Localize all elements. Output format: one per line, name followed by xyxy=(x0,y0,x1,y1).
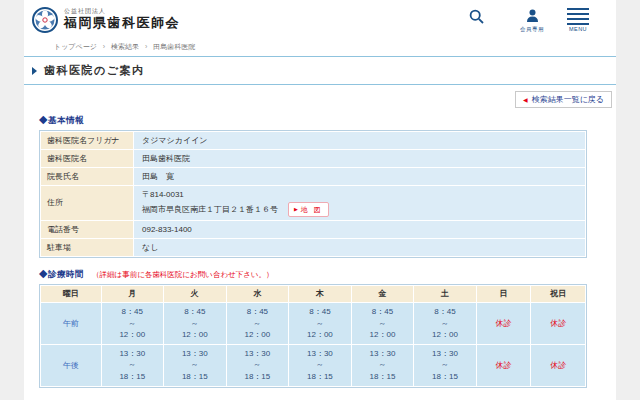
address-label: 住所 xyxy=(41,186,133,220)
back-link-label: 検索結果一覧に戻る xyxy=(532,94,604,105)
table-row: 院長氏名 田島 寛 xyxy=(41,168,585,185)
director-name-value: 田島 寛 xyxy=(134,168,585,185)
menu-label: MENU xyxy=(556,26,600,32)
page-title-bar: 歯科医院のご案内 xyxy=(24,56,616,85)
address-street-line: 福岡市早良区南庄１丁目２１番１６号▶地 図 xyxy=(142,202,577,217)
hours-cell: 13：30～18：15 xyxy=(289,345,351,386)
breadcrumb: トップページ › 検索結果 › 田島歯科医院 xyxy=(24,40,616,52)
closed-cell: 休診 xyxy=(531,303,585,344)
day-header: 火 xyxy=(164,286,226,302)
hours-heading-label: ◆診療時間 xyxy=(39,269,84,281)
map-button-label: 地 図 xyxy=(301,204,323,215)
clinic-name-value: 田島歯科医院 xyxy=(134,150,585,167)
hours-heading: ◆診療時間 （詳細は事前に各歯科医院にお問い合わせ下さい。） xyxy=(39,269,616,281)
hours-cell: 13：30～18：15 xyxy=(164,345,226,386)
director-name-label: 院長氏名 xyxy=(41,168,133,185)
breadcrumb-search-results-link[interactable]: 検索結果 xyxy=(111,43,139,50)
closed-cell: 休診 xyxy=(477,345,531,386)
hours-cell: 13：30～18：15 xyxy=(227,345,289,386)
breadcrumb-home-link[interactable]: トップページ xyxy=(54,43,97,50)
morning-label: 午前 xyxy=(41,303,101,344)
phone-label: 電話番号 xyxy=(41,221,133,238)
hours-table: 曜日 月 火 水 木 金 土 日 祝日 午前 8：45～12：00 8：45～1… xyxy=(39,284,587,388)
hours-cell: 8：45～12：00 xyxy=(352,303,414,344)
site-header: 公益社団法人 福岡県歯科医師会 会員専用 xyxy=(24,0,616,40)
phone-value: 092-833-1400 xyxy=(134,221,585,238)
hours-cell: 8：45～12：00 xyxy=(414,303,476,344)
hamburger-menu-icon xyxy=(567,8,589,25)
hours-row-morning: 午前 8：45～12：00 8：45～12：00 8：45～12：00 8：45… xyxy=(41,303,585,344)
day-header: 祝日 xyxy=(531,286,585,302)
clinic-kana-label: 歯科医院名フリガナ xyxy=(41,132,133,149)
page-title: 歯科医院のご案内 xyxy=(44,63,145,78)
day-header: 月 xyxy=(102,286,164,302)
back-arrow-icon: ◀ xyxy=(523,96,528,103)
address-street: 福岡市早良区南庄１丁目２１番１６号 xyxy=(142,204,278,213)
day-header: 水 xyxy=(227,286,289,302)
association-logo-icon xyxy=(32,7,58,33)
breadcrumb-separator: › xyxy=(103,43,105,50)
clinic-kana-value: タジマシカイイン xyxy=(134,132,585,149)
hours-cell: 13：30～18：15 xyxy=(352,345,414,386)
map-button[interactable]: ▶地 図 xyxy=(288,202,329,217)
day-header: 金 xyxy=(352,286,414,302)
clinic-name-label: 歯科医院名 xyxy=(41,150,133,167)
member-area-button[interactable]: 会員専用 xyxy=(510,8,554,33)
table-row: 歯科医院名 田島歯科医院 xyxy=(41,150,585,167)
map-arrow-icon: ▶ xyxy=(294,205,298,213)
breadcrumb-current: 田島歯科医院 xyxy=(153,43,195,50)
site-title[interactable]: 福岡県歯科医師会 xyxy=(64,15,180,32)
table-row: 駐車場 なし xyxy=(41,239,585,256)
parking-value: なし xyxy=(134,239,585,256)
closed-cell: 休診 xyxy=(477,303,531,344)
hours-cell: 13：30～18：15 xyxy=(102,345,164,386)
hours-row-afternoon: 午後 13：30～18：15 13：30～18：15 13：30～18：15 1… xyxy=(41,345,585,386)
search-button[interactable] xyxy=(454,8,498,24)
hours-header-row: 曜日 月 火 水 木 金 土 日 祝日 xyxy=(41,286,585,302)
basic-info-heading: ◆基本情報 xyxy=(39,115,616,127)
back-link-row: ◀ 検索結果一覧に戻る xyxy=(24,85,616,109)
breadcrumb-separator: › xyxy=(145,43,147,50)
day-header: 木 xyxy=(289,286,351,302)
member-person-icon xyxy=(526,9,539,23)
parking-label: 駐車場 xyxy=(41,239,133,256)
table-row: 電話番号 092-833-1400 xyxy=(41,221,585,238)
menu-button[interactable]: MENU xyxy=(556,8,600,32)
basic-info-heading-label: ◆基本情報 xyxy=(39,115,84,127)
basic-info-table: 歯科医院名フリガナ タジマシカイイン 歯科医院名 田島歯科医院 院長氏名 田島 … xyxy=(39,130,587,258)
table-row: 歯科医院名フリガナ タジマシカイイン xyxy=(41,132,585,149)
title-arrow-icon xyxy=(32,67,37,75)
day-header: 曜日 xyxy=(41,286,101,302)
org-type-label: 公益社団法人 xyxy=(64,8,180,15)
address-postal: 〒814-0031 xyxy=(142,189,577,202)
hours-cell: 13：30～18：15 xyxy=(414,345,476,386)
back-to-results-link[interactable]: ◀ 検索結果一覧に戻る xyxy=(515,91,612,108)
hours-note: （詳細は事前に各歯科医院にお問い合わせ下さい。） xyxy=(92,270,274,280)
table-row: 住所 〒814-0031 福岡市早良区南庄１丁目２１番１６号▶地 図 xyxy=(41,186,585,220)
page: 公益社団法人 福岡県歯科医師会 会員専用 xyxy=(24,0,616,400)
day-header: 土 xyxy=(414,286,476,302)
hours-cell: 8：45～12：00 xyxy=(289,303,351,344)
search-icon xyxy=(469,9,484,24)
hours-cell: 8：45～12：00 xyxy=(227,303,289,344)
hours-cell: 8：45～12：00 xyxy=(164,303,226,344)
hours-cell: 8：45～12：00 xyxy=(102,303,164,344)
closed-cell: 休診 xyxy=(531,345,585,386)
member-area-label: 会員専用 xyxy=(510,26,554,33)
afternoon-label: 午後 xyxy=(41,345,101,386)
site-title-block: 公益社団法人 福岡県歯科医師会 xyxy=(64,7,180,32)
address-value: 〒814-0031 福岡市早良区南庄１丁目２１番１６号▶地 図 xyxy=(134,186,585,220)
day-header: 日 xyxy=(477,286,531,302)
